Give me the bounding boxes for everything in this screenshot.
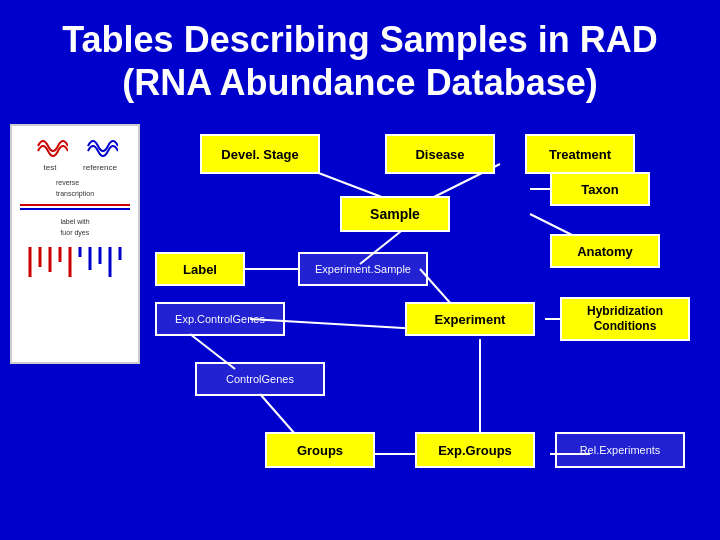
hybridization-line2: Conditions	[587, 319, 663, 335]
treatment-box: Treatment	[525, 134, 635, 174]
title-line2: (RNA Abundance Database)	[122, 62, 597, 103]
title-line1: Tables Describing Samples in RAD	[62, 19, 658, 60]
devel-stage-box: Devel. Stage	[200, 134, 320, 174]
sample-label: Sample	[370, 206, 420, 222]
anatomy-box: Anatomy	[550, 234, 660, 268]
page-title: Tables Describing Samples in RAD (RNA Ab…	[0, 0, 720, 114]
reference-label: reference	[83, 163, 118, 172]
rel-experiments-box: Rel.Experiments	[555, 432, 685, 468]
experiment-sample-label: Experiment.Sample	[315, 263, 411, 275]
exp-control-genes-box: Exp.ControlGenes	[155, 302, 285, 336]
disease-box: Disease	[385, 134, 495, 174]
anatomy-label: Anatomy	[577, 244, 633, 259]
rel-experiments-label: Rel.Experiments	[580, 444, 661, 456]
treatment-label: Treatment	[549, 147, 611, 162]
groups-box: Groups	[265, 432, 375, 468]
devel-stage-label: Devel. Stage	[221, 147, 298, 162]
reverse-transcription-label: reversetranscription	[56, 176, 94, 201]
sample-box: Sample	[340, 196, 450, 232]
experiment-sample-box: Experiment.Sample	[298, 252, 428, 286]
control-genes-label: ControlGenes	[226, 373, 294, 385]
diagram-area: test reference reversetranscription labe…	[0, 114, 720, 514]
exp-groups-box: Exp.Groups	[415, 432, 535, 468]
control-genes-box: ControlGenes	[195, 362, 325, 396]
svg-line-10	[260, 394, 295, 434]
lab-image: test reference reversetranscription labe…	[10, 124, 140, 364]
exp-groups-label: Exp.Groups	[438, 443, 512, 458]
groups-label: Groups	[297, 443, 343, 458]
taxon-box: Taxon	[550, 172, 650, 206]
experiment-label: Experiment	[435, 312, 506, 327]
hybridization-line1: Hybridization	[587, 304, 663, 320]
label-label: Label	[183, 262, 217, 277]
experiment-box: Experiment	[405, 302, 535, 336]
label-box: Label	[155, 252, 245, 286]
label-fuor-dyes-label: label withfuor dyes	[60, 213, 89, 242]
taxon-label: Taxon	[581, 182, 618, 197]
test-label: test	[33, 163, 68, 172]
exp-control-genes-label: Exp.ControlGenes	[175, 313, 265, 325]
disease-label: Disease	[415, 147, 464, 162]
hybridization-conditions-box: Hybridization Conditions	[560, 297, 690, 341]
